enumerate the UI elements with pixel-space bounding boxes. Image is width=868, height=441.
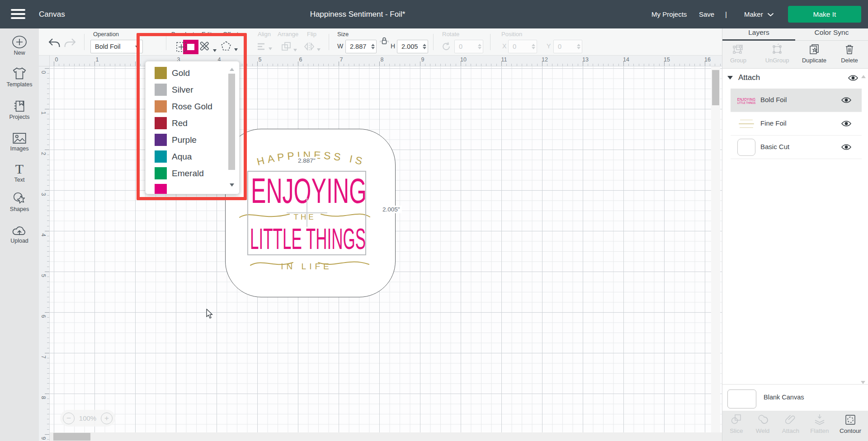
ruler-number: 13: [581, 56, 590, 63]
save-link[interactable]: Save: [699, 0, 714, 28]
sidebar-item-shapes[interactable]: Shapes: [0, 192, 39, 220]
layer-actions-row: Group UnGroup Duplicate Delete: [722, 41, 868, 69]
rotate-button[interactable]: [441, 42, 451, 53]
zoom-out-button[interactable]: −: [63, 413, 75, 424]
size-lock-button[interactable]: [379, 36, 389, 48]
position-label: Position: [501, 31, 522, 38]
edit-pencil-icon: [198, 41, 210, 52]
ruler-number: 2: [40, 150, 47, 157]
position-y-input[interactable]: 0: [553, 40, 582, 53]
zoom-level: 100%: [79, 414, 96, 422]
ruler-number: 6: [297, 56, 305, 63]
width-value: 2.887: [346, 43, 369, 50]
delete-button[interactable]: Delete: [834, 43, 865, 64]
color-option-rose-gold[interactable]: Rose Gold: [146, 98, 239, 115]
arrange-button[interactable]: [281, 41, 297, 54]
ruler-number: 0: [40, 69, 47, 76]
width-stepper[interactable]: [369, 40, 376, 53]
height-input[interactable]: 2.005: [397, 40, 428, 53]
edit-button[interactable]: [198, 41, 217, 54]
color-option-purple[interactable]: Purple: [146, 131, 239, 148]
dropdown-scrollbar-thumb[interactable]: [228, 74, 235, 170]
eye-visibility-icon[interactable]: [841, 120, 852, 129]
position-y-label: Y: [547, 42, 551, 50]
sidebar-item-text[interactable]: T Text: [0, 162, 39, 190]
eye-visibility-icon[interactable]: [841, 96, 852, 106]
rotate-stepper[interactable]: [476, 40, 483, 53]
flatten-button[interactable]: Flatten: [807, 413, 833, 434]
panel-scroll-up-icon[interactable]: [861, 75, 866, 78]
vertical-scrollbar[interactable]: [711, 66, 720, 432]
ruler-number: 14: [622, 56, 630, 63]
undo-button[interactable]: [48, 38, 61, 50]
color-option-partial[interactable]: [146, 182, 239, 194]
eye-visibility-icon[interactable]: [848, 74, 859, 84]
color-option-red[interactable]: Red: [146, 115, 239, 131]
dropdown-scrollbar[interactable]: [228, 66, 235, 190]
attach-button[interactable]: Attach: [778, 413, 804, 434]
position-x-value: 0: [509, 43, 530, 50]
slice-icon: [731, 413, 742, 426]
canvas-menu-label[interactable]: Canvas: [39, 0, 65, 28]
ruler-number: 11: [500, 56, 508, 63]
operation-dropdown[interactable]: Bold Foil: [90, 40, 143, 53]
color-option-aqua[interactable]: Aqua: [146, 148, 239, 165]
redo-icon: [64, 38, 76, 48]
color-option-gold[interactable]: Gold: [146, 65, 239, 81]
cricut-design-space-window: Canvas Happiness Sentiment - Foil* My Pr…: [0, 0, 868, 441]
align-button[interactable]: [257, 42, 272, 52]
height-stepper[interactable]: [421, 40, 428, 53]
contour-button[interactable]: Contour: [837, 413, 863, 434]
rotate-input[interactable]: 0: [454, 40, 483, 53]
sidebar-item-templates[interactable]: Templates: [0, 67, 39, 95]
scroll-down-icon[interactable]: [230, 183, 234, 187]
sidebar-item-images[interactable]: Images: [0, 132, 39, 160]
layer-row-bold-foil[interactable]: ENJOYING LITTLE THINGS Bold Foil: [731, 89, 862, 112]
color-option-silver[interactable]: Silver: [146, 81, 239, 98]
zoom-in-button[interactable]: +: [101, 413, 113, 424]
horizontal-scrollbar-thumb[interactable]: [53, 433, 90, 441]
vertical-scrollbar-thumb[interactable]: [712, 70, 719, 105]
width-input[interactable]: 2.887: [345, 40, 377, 53]
layer-row-basic-cut[interactable]: Basic Cut: [731, 136, 862, 159]
scroll-up-icon[interactable]: [230, 68, 234, 71]
selection-bounding-box[interactable]: [247, 171, 366, 255]
canvas-background-row: Blank Canvas: [722, 384, 868, 411]
horizontal-scrollbar[interactable]: [50, 432, 722, 441]
position-x-input[interactable]: 0: [508, 40, 537, 53]
layer-row-fine-foil[interactable]: Fine Foil: [731, 112, 862, 136]
sidebar-item-new[interactable]: New: [0, 35, 39, 63]
chevron-down-icon: [234, 48, 238, 51]
size-label: Size: [337, 31, 349, 38]
position-y-stepper[interactable]: [575, 40, 582, 53]
height-value: 2.005: [397, 43, 421, 50]
flip-icon: [303, 42, 315, 52]
duplicate-button[interactable]: Duplicate: [798, 43, 830, 64]
collapse-caret-icon[interactable]: [727, 76, 733, 80]
color-swatch: [155, 167, 167, 179]
color-option-emerald[interactable]: Emerald: [146, 165, 239, 182]
slice-button[interactable]: Slice: [723, 413, 750, 434]
attach-group-header[interactable]: Attach: [722, 69, 868, 89]
tab-color-sync[interactable]: Color Sync: [795, 28, 868, 41]
hamburger-menu-icon[interactable]: [11, 9, 25, 19]
flip-label: Flip: [307, 31, 316, 38]
eye-visibility-icon[interactable]: [841, 143, 852, 153]
ungroup-button[interactable]: UnGroup: [761, 43, 793, 64]
flip-button[interactable]: [303, 42, 321, 53]
redo-button[interactable]: [64, 38, 76, 50]
project-book-icon: [13, 99, 26, 113]
position-x-stepper[interactable]: [530, 40, 537, 53]
tab-layers[interactable]: Layers: [722, 28, 795, 41]
deselect-button[interactable]: [176, 42, 187, 54]
group-button[interactable]: Group: [722, 43, 754, 64]
blank-canvas-swatch[interactable]: [727, 389, 756, 408]
my-projects-link[interactable]: My Projects: [651, 0, 687, 28]
weld-button[interactable]: Weld: [750, 413, 776, 434]
make-it-button[interactable]: Make It: [788, 6, 861, 23]
sidebar-item-upload[interactable]: Upload: [0, 224, 39, 252]
panel-scroll-down-icon[interactable]: [861, 381, 865, 384]
sidebar-item-projects[interactable]: Projects: [0, 99, 39, 127]
machine-select[interactable]: Maker: [744, 0, 774, 28]
offset-button[interactable]: [221, 41, 238, 53]
